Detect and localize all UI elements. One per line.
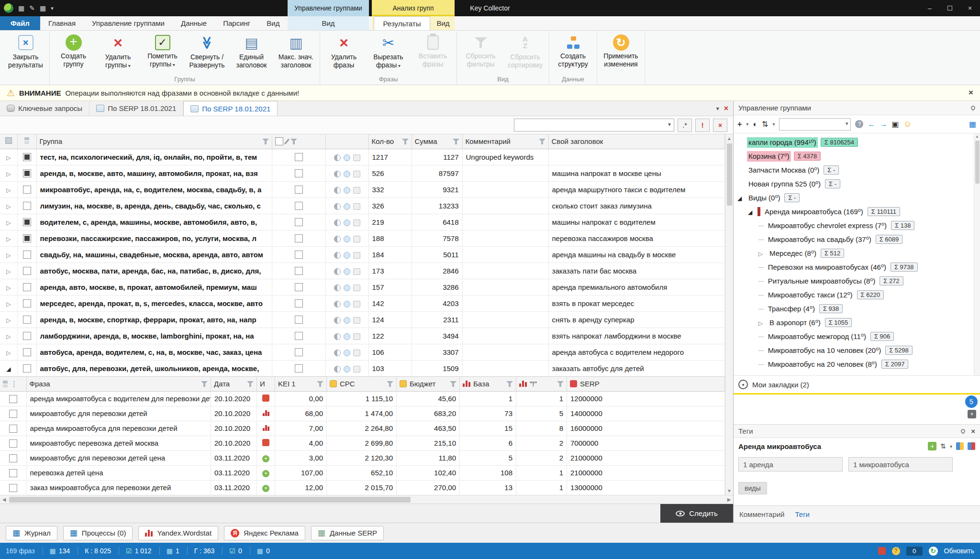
apply-changes-button[interactable]: Применитьизменения <box>599 32 643 76</box>
phrase-row[interactable]: микроавтобус для перевозки детей20.10.20… <box>0 406 725 421</box>
tag-layout-icon[interactable] <box>956 442 964 450</box>
tab-comment[interactable]: Комментарий <box>739 510 784 518</box>
tag-sort-caret-icon[interactable]: ▾ <box>950 444 952 449</box>
phrase-checkbox[interactable] <box>9 484 17 492</box>
scrollbar-track[interactable] <box>8 495 725 504</box>
tree-item[interactable]: Мерседес (8⁰)Σ 512 <box>734 246 980 260</box>
scroll-up-icon[interactable]: ▲ <box>725 134 734 142</box>
tree-expander-icon[interactable] <box>748 208 755 216</box>
tag-field[interactable]: 1 аренда <box>738 457 843 471</box>
tree-item[interactable]: ─Перевозки на микроавтобусах (46⁰)Σ 9738 <box>734 260 980 274</box>
column-header-kei[interactable]: KEI 1 <box>278 380 314 388</box>
tree-item[interactable]: ─Микроавтобус на 10 человек (20⁰)Σ 5298 <box>734 343 980 357</box>
group-checkbox[interactable] <box>23 153 31 161</box>
tab-results[interactable]: Результаты <box>374 16 430 30</box>
row-expander-icon[interactable] <box>5 218 12 226</box>
bookmarks-bar[interactable]: Мои закладки (2) <box>734 375 980 395</box>
row-expander-icon[interactable] <box>5 153 12 161</box>
tree-item[interactable]: ─Микроавтобус на 20 человек (8⁰)Σ 2097 <box>734 357 980 371</box>
phrase-checkbox[interactable] <box>9 439 17 448</box>
group-checkbox[interactable] <box>23 348 31 356</box>
phrase-row[interactable]: микроавтобус перевозка детей москва20.10… <box>0 436 725 450</box>
group-row[interactable]: лимузин, на, москве, в, аренда, день, св… <box>0 197 725 214</box>
group-select-checkbox[interactable] <box>295 364 303 373</box>
column-header-exact[interactable]: "!" <box>530 380 554 388</box>
column-header-group[interactable]: Группа <box>40 137 259 145</box>
group-select-checkbox[interactable] <box>295 202 303 210</box>
group-checkbox[interactable] <box>23 234 31 242</box>
filter-icon[interactable] <box>453 138 459 144</box>
filter-icon[interactable] <box>290 138 297 144</box>
group-checkbox[interactable] <box>23 332 31 340</box>
tree-item[interactable]: ─Ритуальные микроавтобусы (8⁰)Σ 272 <box>734 274 980 288</box>
notification-badge[interactable]: 5 <box>965 395 978 408</box>
tree-expander-icon[interactable] <box>737 194 744 202</box>
row-expander-icon[interactable] <box>5 267 12 275</box>
row-expander-icon[interactable] <box>5 348 12 356</box>
group-checkbox[interactable] <box>23 218 31 226</box>
column-header-count[interactable]: Кол-во <box>372 137 399 145</box>
tag-sort-icon[interactable]: ⇅ <box>940 442 946 450</box>
group-row[interactable]: микроавтобус, аренда, на, с, водителем, … <box>0 181 725 197</box>
row-expander-icon[interactable] <box>5 234 12 242</box>
group-row[interactable]: аренда, в, москве, спорткар, феррари, пр… <box>0 311 725 328</box>
group-row[interactable]: мерседес, аренда, прокат, в, s, mercedes… <box>0 295 725 311</box>
error-indicator-icon[interactable] <box>878 547 886 555</box>
phrase-checkbox[interactable] <box>9 410 17 418</box>
sort-icon[interactable]: ⇅ <box>762 120 768 129</box>
add-group-icon[interactable]: + <box>737 120 742 129</box>
column-header-budget[interactable]: Бюджет <box>410 380 447 388</box>
group-row[interactable]: аренда, в, москве, авто, машину, автомоб… <box>0 165 725 181</box>
smiley-icon[interactable]: ☺ <box>903 119 912 129</box>
quick-access-grid-icon[interactable]: ▦ <box>40 4 46 12</box>
column-header-sum[interactable]: Сумма <box>415 137 450 145</box>
filter-combobox[interactable] <box>514 119 674 132</box>
grid-icon[interactable] <box>5 137 12 144</box>
row-expander-icon[interactable] <box>5 299 12 307</box>
tree-item[interactable]: Новая группа 525 (0⁰)Σ - <box>734 177 980 191</box>
row-expander-icon[interactable] <box>5 283 12 291</box>
group-row[interactable]: тест, на, психологический, для, iq, онла… <box>0 149 725 165</box>
scroll-down-icon[interactable]: ▼ <box>725 487 734 495</box>
mark-groups-button[interactable]: Пометитьгруппы <box>140 32 185 76</box>
add-group-caret-icon[interactable]: ▾ <box>746 121 748 127</box>
help-icon[interactable] <box>855 120 863 128</box>
scroll-left-icon[interactable]: ◀ <box>0 495 8 504</box>
minimize-button[interactable]: – <box>920 0 940 16</box>
group-checkbox[interactable] <box>23 299 31 307</box>
quick-access-edit-icon[interactable]: ✎ <box>29 4 35 12</box>
group-select-checkbox[interactable] <box>295 299 303 307</box>
group-checkbox[interactable] <box>23 202 31 210</box>
document-tab[interactable]: По SERP 18.01.2021 <box>89 101 183 116</box>
group-checkbox[interactable] <box>23 186 31 194</box>
tab-view-groups[interactable]: Вид <box>288 16 369 30</box>
close-button[interactable]: × <box>960 0 980 16</box>
context-header-group-management[interactable]: Управление группами <box>288 0 369 16</box>
tab-file[interactable]: Файл <box>0 16 40 30</box>
group-row[interactable]: аренда, авто, москве, в, прокат, автомоб… <box>0 279 725 295</box>
group-row[interactable]: ламборджини, аренда, в, москве, lamborgh… <box>0 328 725 344</box>
group-checkbox[interactable] <box>23 283 31 291</box>
tree-item[interactable]: Виды (0⁰)Σ - <box>734 191 980 205</box>
toolbar-button[interactable]: Яндекс Реклама <box>224 526 305 540</box>
group-select-checkbox[interactable] <box>295 267 303 275</box>
close-results-button[interactable]: Закрытьрезультаты <box>3 32 48 76</box>
tab-Управление группами[interactable]: Управление группами <box>84 16 173 30</box>
vertical-scrollbar[interactable]: ▲ ▼ <box>725 134 733 495</box>
document-tab[interactable]: Ключевые запросы <box>0 101 89 116</box>
tree-item[interactable]: Корзина (7⁰)Σ 4378 <box>734 149 980 163</box>
tree-item[interactable]: ─Микроавтобус межгород (11⁰)Σ 906 <box>734 329 980 343</box>
row-expander-icon[interactable] <box>5 169 12 177</box>
row-expander-icon[interactable] <box>5 202 12 210</box>
tree-item[interactable]: ─Микроавтобус такси (12⁰)Σ 6220 <box>734 288 980 302</box>
tree-item[interactable]: ─Микроавтобус на свадьбу (37⁰)Σ 6089 <box>734 232 980 246</box>
tree-item[interactable]: капли города (994¹⁰)Σ 8106254 <box>734 135 980 149</box>
filter-icon[interactable] <box>247 381 254 387</box>
maximize-button[interactable]: ☐ <box>940 0 960 16</box>
wand-icon[interactable] <box>284 138 289 144</box>
row-expander-icon[interactable] <box>5 186 12 194</box>
group-select-checkbox[interactable] <box>295 251 303 259</box>
depth-toggle-icon[interactable] <box>24 137 29 140</box>
group-select-checkbox[interactable] <box>295 316 303 324</box>
column-header-serp[interactable]: SERP <box>580 380 722 388</box>
